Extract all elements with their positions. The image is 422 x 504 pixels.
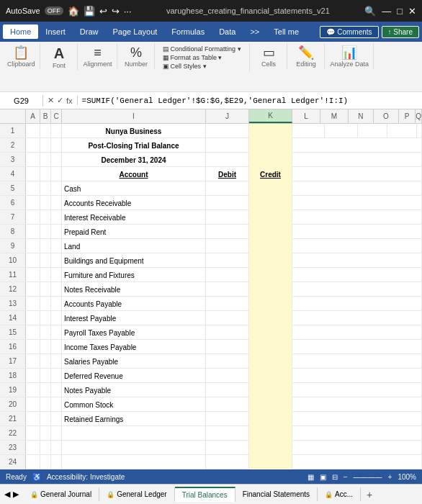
r18-a[interactable] [26, 369, 40, 383]
r11-credit[interactable] [249, 268, 292, 282]
r7-b[interactable] [40, 210, 51, 225]
r17-c[interactable] [51, 354, 62, 369]
col-h-o[interactable]: O [374, 109, 399, 123]
r22-a[interactable] [26, 426, 40, 441]
r13-a[interactable] [26, 297, 40, 311]
row-num-12[interactable]: 12 [0, 282, 26, 296]
r8-a[interactable] [26, 225, 40, 239]
r23-a[interactable] [26, 441, 40, 455]
row-num-8[interactable]: 8 [0, 225, 26, 238]
normal-view-icon[interactable]: ▦ [307, 473, 314, 481]
row-num-16[interactable]: 16 [0, 340, 26, 354]
row-num-17[interactable]: 17 [0, 354, 26, 368]
r14-c[interactable] [51, 311, 62, 325]
r1-p[interactable] [417, 124, 422, 138]
r12-c[interactable] [51, 282, 62, 297]
editing-btn[interactable]: ✏️ [295, 45, 317, 60]
r11-a[interactable] [26, 268, 40, 282]
r20-c[interactable] [51, 397, 62, 412]
r5-credit[interactable] [249, 181, 292, 196]
r9-a[interactable] [26, 239, 40, 253]
r6-rest[interactable] [292, 196, 422, 210]
r1-l[interactable] [292, 124, 325, 138]
close-icon[interactable]: ✕ [408, 6, 416, 17]
insert-function-icon[interactable]: fx [66, 96, 73, 105]
col-h-i[interactable]: I [62, 109, 206, 123]
zoom-in-icon[interactable]: + [388, 473, 392, 481]
r12-debit[interactable] [206, 282, 249, 297]
sheet-tab-general-ledger[interactable]: 🔒 General Ledger [99, 487, 175, 501]
confirm-formula-icon[interactable]: ✓ [57, 96, 63, 105]
r3-a[interactable] [26, 153, 40, 167]
r1-a[interactable] [26, 124, 40, 138]
r4-credit-header[interactable]: Credit [249, 167, 292, 181]
r3-j[interactable] [206, 153, 249, 167]
r1-k[interactable] [249, 124, 292, 138]
r15-b[interactable] [40, 325, 51, 340]
r1-title[interactable]: Nunya Business [62, 124, 206, 138]
r7-credit[interactable] [249, 210, 292, 225]
row-num-21[interactable]: 21 [0, 412, 26, 426]
r21-a[interactable] [26, 412, 40, 426]
r3-k[interactable] [249, 153, 292, 167]
tab-draw[interactable]: Draw [73, 24, 106, 39]
r10-debit[interactable] [206, 253, 249, 268]
page-break-icon[interactable]: ⊟ [332, 473, 338, 481]
tab-page-layout[interactable]: Page Layout [106, 24, 165, 39]
cell-reference[interactable]: G29 [0, 95, 43, 107]
r10-b[interactable] [40, 253, 51, 268]
r19-debit[interactable] [206, 383, 249, 397]
r6-b[interactable] [40, 196, 51, 210]
r24-b[interactable] [40, 455, 51, 469]
col-h-b[interactable]: B [40, 109, 51, 123]
r21-debit[interactable] [206, 412, 249, 426]
r3-date[interactable]: December 31, 2024 [62, 153, 206, 167]
r20-credit[interactable] [249, 397, 292, 412]
tab-nav-left[interactable]: ◀ [3, 488, 12, 500]
r2-k[interactable] [249, 138, 292, 153]
alignment-btn[interactable]: ≡ [91, 45, 104, 60]
r10-account[interactable]: Buildings and Equipment [62, 253, 206, 268]
r5-a[interactable] [26, 181, 40, 196]
r5-c[interactable] [51, 181, 62, 196]
analyze-btn[interactable]: 📊 [338, 45, 360, 60]
r1-c[interactable] [51, 124, 62, 138]
row-num-2[interactable]: 2 [0, 138, 26, 152]
r16-a[interactable] [26, 340, 40, 354]
redo-icon[interactable]: ↪ [112, 6, 120, 17]
r2-c[interactable] [51, 138, 62, 153]
r6-c[interactable] [51, 196, 62, 210]
share-button[interactable]: ↑ Share [382, 26, 419, 38]
r16-b[interactable] [40, 340, 51, 354]
r2-title[interactable]: Post-Closing Trial Balance [62, 138, 206, 153]
row-num-10[interactable]: 10 [0, 253, 26, 267]
r17-rest[interactable] [292, 354, 422, 369]
col-h-a[interactable]: A [26, 109, 40, 123]
r8-account[interactable]: Prepaid Rent [62, 225, 206, 239]
r6-account[interactable]: Accounts Receivable [62, 196, 206, 210]
r21-rest[interactable] [292, 412, 422, 426]
r2-b[interactable] [40, 138, 51, 153]
font-btn[interactable]: A [51, 45, 67, 62]
sheet-tab-acc[interactable]: 🔒 Acc... [318, 487, 361, 501]
r24-a[interactable] [26, 455, 40, 469]
row-num-13[interactable]: 13 [0, 297, 26, 310]
r22-rest[interactable] [292, 426, 422, 441]
r16-account[interactable]: Income Taxes Payable [62, 340, 206, 354]
r23-debit[interactable] [206, 441, 249, 455]
r3-b[interactable] [40, 153, 51, 167]
cells-btn[interactable]: ▭ [260, 45, 278, 60]
r18-credit[interactable] [249, 369, 292, 383]
r13-credit[interactable] [249, 297, 292, 311]
row-num-14[interactable]: 14 [0, 311, 26, 325]
r17-debit[interactable] [206, 354, 249, 369]
autosave-toggle[interactable]: OFF [45, 6, 63, 15]
minimize-icon[interactable]: — [382, 6, 391, 17]
r15-rest[interactable] [292, 325, 422, 340]
r15-c[interactable] [51, 325, 62, 340]
r16-rest[interactable] [292, 340, 422, 354]
sheet-tab-general-journal[interactable]: 🔒 General Journal [23, 487, 99, 501]
r7-account[interactable]: Interest Receivable [62, 210, 206, 225]
r19-account[interactable]: Notes Payable [62, 383, 206, 397]
r20-a[interactable] [26, 397, 40, 412]
